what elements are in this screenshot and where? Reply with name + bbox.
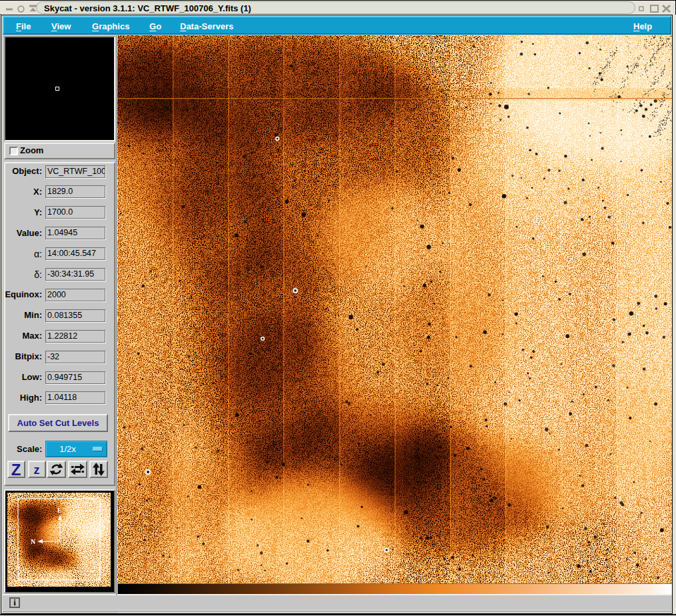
svg-text:Z: Z — [11, 462, 21, 477]
svg-text:E: E — [57, 507, 62, 514]
svg-text:z: z — [34, 463, 40, 477]
svg-text:N: N — [31, 538, 36, 545]
